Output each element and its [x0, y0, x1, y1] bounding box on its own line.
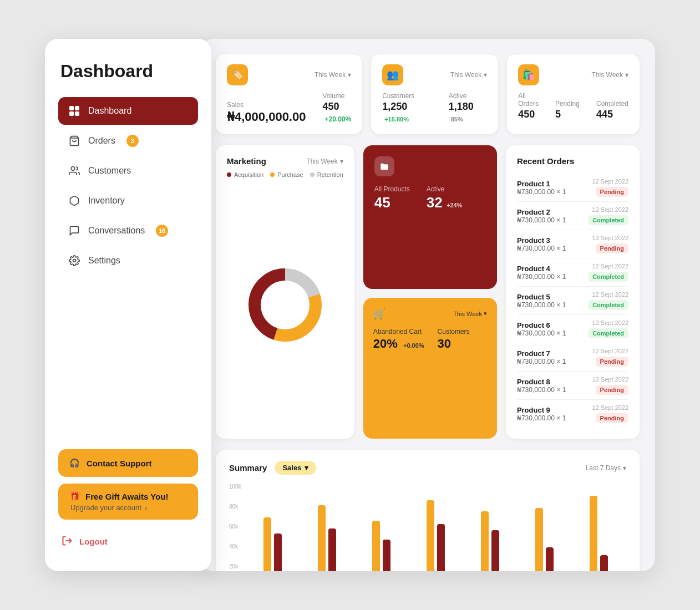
bar-group: [463, 485, 518, 571]
sales-pill-button[interactable]: Sales ▾: [275, 461, 316, 475]
table-row: Product 9 ₦730,000.00 × 1 12 Sept 2022 P…: [517, 400, 628, 428]
svg-point-5: [71, 167, 75, 171]
table-row: Product 3 ₦730,000.00 × 1 13 Sept 2022 P…: [517, 230, 628, 258]
free-gift-button[interactable]: 🎁 Free Gift Awaits You! Upgrade your acc…: [58, 484, 198, 520]
order-name: Product 3: [517, 236, 566, 245]
stats-row: 🏷️ This Week ▾ Sales ₦4,000,000.00 Volum…: [216, 54, 640, 134]
table-row: Product 2 ₦730,000.00 × 1 12 Sept 2022 C…: [517, 202, 628, 230]
completed-label: Completed: [596, 100, 628, 108]
dark-bar: [274, 533, 282, 572]
bar-group: [246, 485, 300, 571]
bars-container: [246, 485, 626, 571]
chevron-down-icon: ▾: [625, 71, 628, 79]
volume-value: 450 +20.00%: [322, 101, 351, 124]
dark-bar: [546, 547, 554, 571]
order-right: 12 Sept 2022 Completed: [588, 319, 628, 338]
sidebar-item-label-customers: Customers: [88, 166, 131, 176]
summary-title: Summary: [229, 463, 267, 472]
retention-dot: [310, 172, 315, 177]
chat-icon: [68, 225, 80, 237]
table-row: Product 7 ₦730,000.00 × 1 12 Sept 2022 P…: [517, 343, 628, 372]
table-row: Product 1 ₦730,000.00 × 1 12 Sept 2022 P…: [517, 174, 628, 202]
sidebar-item-conversations[interactable]: Conversations 16: [58, 217, 198, 245]
main-content: 🏷️ This Week ▾ Sales ₦4,000,000.00 Volum…: [200, 39, 655, 571]
svg-rect-1: [75, 106, 79, 110]
chevron-down-icon: ▾: [484, 310, 487, 317]
gear-icon: [68, 255, 80, 267]
order-right: 12 Sept 2022 Pending: [592, 178, 628, 197]
yellow-bar: [263, 517, 271, 571]
volume-label: Volume: [322, 92, 351, 100]
sidebar-item-customers[interactable]: Customers: [58, 157, 198, 185]
dark-bar: [491, 530, 499, 571]
yellow-bar: [318, 505, 326, 572]
bag-icon: [68, 135, 80, 147]
sidebar-bottom: 🎧 Contact Support 🎁 Free Gift Awaits You…: [58, 449, 198, 555]
sales-value: ₦4,000,000.00: [227, 110, 306, 124]
order-name: Product 7: [517, 349, 566, 358]
order-date: 12 Sept 2022: [592, 291, 628, 298]
arrow-right-icon: ›: [145, 504, 147, 512]
orders-period[interactable]: This Week ▾: [592, 71, 628, 79]
customers-value: 1,250 +15.80%: [382, 101, 432, 124]
cart-period[interactable]: This Week ▾: [453, 310, 487, 317]
all-orders-label: All Orders: [518, 92, 539, 108]
yellow-bar: [535, 508, 543, 571]
order-info: Product 4 ₦730,000.00 × 1: [517, 265, 566, 281]
yellow-bar: [427, 500, 434, 571]
order-date: 13 Sept 2022: [592, 235, 628, 241]
marketing-period[interactable]: This Week ▾: [306, 157, 343, 165]
sidebar-item-label-orders: Orders: [88, 136, 115, 146]
order-info: Product 8 ₦730,000.00 × 1: [517, 378, 566, 394]
order-right: 12 Sept 2022 Completed: [588, 263, 628, 282]
order-status-badge: Completed: [588, 215, 628, 225]
sales-label: Sales: [227, 101, 306, 109]
order-status-badge: Pending: [596, 187, 628, 197]
active-value: 1,180 85%: [449, 101, 488, 124]
cart-icon: 🛒: [373, 308, 385, 320]
sidebar-item-orders[interactable]: Orders 3: [58, 127, 198, 155]
order-price: ₦730,000.00 × 1: [517, 273, 566, 281]
sales-period[interactable]: This Week ▾: [315, 71, 351, 79]
box-icon: [68, 195, 80, 207]
bar-group: [409, 485, 463, 571]
conversations-badge: 16: [156, 225, 168, 237]
customers-label: Customers: [382, 92, 432, 100]
order-name: Product 2: [517, 208, 566, 216]
period-select[interactable]: Last 7 Days ▾: [586, 464, 626, 472]
orders-list: Product 1 ₦730,000.00 × 1 12 Sept 2022 P…: [517, 174, 628, 428]
sidebar-item-inventory[interactable]: Inventory: [58, 187, 198, 215]
order-right: 13 Sept 2022 Pending: [592, 235, 628, 253]
order-info: Product 1 ₦730,000.00 × 1: [517, 180, 566, 196]
grid-icon: [68, 105, 80, 117]
order-price: ₦730,000.00 × 1: [517, 188, 566, 196]
order-price: ₦730,000.00 × 1: [517, 358, 566, 365]
contact-support-button[interactable]: 🎧 Contact Support: [58, 449, 198, 477]
chevron-down-icon: ▾: [348, 71, 351, 79]
customers-period[interactable]: This Week ▾: [450, 71, 487, 79]
order-date: 12 Sept 2022: [592, 404, 628, 411]
order-price: ₦730,000.00 × 1: [517, 216, 566, 224]
bar-group: [354, 485, 409, 571]
table-row: Product 6 ₦730,000.00 × 1 12 Sept 2022 C…: [517, 315, 628, 343]
table-row: Product 5 ₦730,000.00 × 1 12 Sept 2022 C…: [517, 287, 628, 315]
order-date: 12 Sept 2022: [592, 348, 628, 354]
order-status-badge: Pending: [596, 243, 628, 253]
app-container: Dashboard Dashboard: [45, 39, 655, 571]
order-name: Product 4: [517, 265, 566, 273]
bar-group: [572, 485, 626, 571]
legend-acquisition: Acquisition: [227, 171, 263, 178]
marketing-title: Marketing: [227, 156, 266, 166]
sidebar-item-dashboard[interactable]: Dashboard: [58, 97, 198, 125]
purchase-dot: [270, 172, 275, 177]
all-products-card: All Products 45 Active 32 +24%: [363, 145, 497, 289]
gift-icon: 🎁: [69, 491, 80, 501]
sidebar-item-settings[interactable]: Settings: [58, 247, 198, 274]
sidebar-item-label-conversations: Conversations: [88, 226, 145, 236]
logout-button[interactable]: Logout: [58, 528, 198, 555]
legend-purchase: Purchase: [270, 171, 303, 178]
order-date: 12 Sept 2022: [592, 178, 628, 185]
order-right: 12 Sept 2022 Pending: [592, 376, 628, 395]
chevron-down-icon: ▾: [484, 71, 487, 79]
summary-card: Summary Sales ▾ Last 7 Days ▾ 100k 80k 6…: [216, 450, 640, 571]
